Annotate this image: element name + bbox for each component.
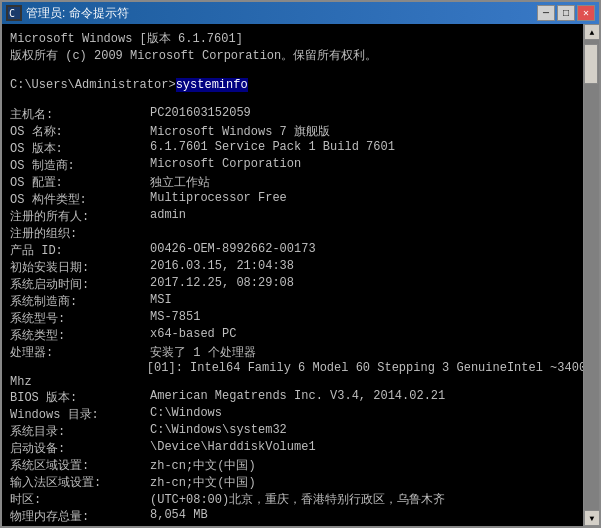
value-cpu: 安装了 1 个处理器: [150, 344, 256, 361]
row-osname: OS 名称: Microsoft Windows 7 旗舰版: [10, 123, 575, 140]
label-sysmodel: 系统型号:: [10, 310, 150, 327]
scroll-thumb[interactable]: [584, 44, 598, 84]
line-text: Mhz: [10, 375, 32, 389]
line-text: 版权所有 (c) 2009 Microsoft Corporation。保留所有…: [10, 47, 377, 64]
label-totalmem: 物理内存总量:: [10, 508, 150, 525]
value-oscfg: 独立工作站: [150, 174, 210, 191]
value-prodid: 00426-OEM-8992662-00173: [150, 242, 316, 259]
label-freemem: 可用的物理内存:: [10, 525, 150, 526]
scroll-track[interactable]: [584, 40, 599, 510]
window: C 管理员: 命令提示符 ─ □ ✕ Microsoft Windows [版本…: [0, 0, 601, 528]
line-text: [10, 64, 17, 78]
label-bios: BIOS 版本:: [10, 389, 150, 406]
value-bios: American Megatrends Inc. V3.4, 2014.02.2…: [150, 389, 445, 406]
row-totalmem: 物理内存总量: 8,054 MB: [10, 508, 575, 525]
label-hostname: 主机名:: [10, 106, 150, 123]
row-osmfr: OS 制造商: Microsoft Corporation: [10, 157, 575, 174]
label-windir: Windows 目录:: [10, 406, 150, 423]
titlebar-buttons: ─ □ ✕: [537, 5, 595, 21]
value-hostname: PC201603152059: [150, 106, 251, 123]
row-inputlocale: 输入法区域设置: zh-cn;中文(中国): [10, 474, 575, 491]
row-systype: 系统类型: x64-based PC: [10, 327, 575, 344]
row-sysmodel: 系统型号: MS-7851: [10, 310, 575, 327]
row-hostname: 主机名: PC201603152059: [10, 106, 575, 123]
line-5: [10, 92, 575, 106]
value-windir: C:\Windows: [150, 406, 222, 423]
label-oscfg: OS 配置:: [10, 174, 150, 191]
label-tz: 时区:: [10, 491, 150, 508]
row-cpu: 处理器: 安装了 1 个处理器: [10, 344, 575, 361]
line-text: [10, 92, 17, 106]
line-text: [01]: Intel64 Family 6 Model 60 Stepping…: [10, 361, 583, 375]
label-installdate: 初始安装日期:: [10, 259, 150, 276]
value-sysmodel: MS-7851: [150, 310, 200, 327]
row-bios: BIOS 版本: American Megatrends Inc. V3.4, …: [10, 389, 575, 406]
minimize-button[interactable]: ─: [537, 5, 555, 21]
value-osver: 6.1.7601 Service Pack 1 Build 7601: [150, 140, 395, 157]
value-osmfr: Microsoft Corporation: [150, 157, 301, 174]
window-title: 管理员: 命令提示符: [26, 5, 129, 22]
label-cpu: 处理器:: [10, 344, 150, 361]
row-installdate: 初始安装日期: 2016.03.15, 21:04:38: [10, 259, 575, 276]
line-text: Microsoft Windows [版本 6.1.7601]: [10, 30, 243, 47]
titlebar: C 管理员: 命令提示符 ─ □ ✕: [2, 2, 599, 24]
row-tz: 时区: (UTC+08:00)北京，重庆，香港特别行政区，乌鲁木齐: [10, 491, 575, 508]
row-boottime: 系统启动时间: 2017.12.25, 08:29:08: [10, 276, 575, 293]
line-4: C:\Users\Administrator>systeminfo: [10, 78, 575, 92]
main-area: Microsoft Windows [版本 6.1.7601] 版权所有 (c)…: [2, 24, 599, 526]
label-osname: OS 名称:: [10, 123, 150, 140]
row-osver: OS 版本: 6.1.7601 Service Pack 1 Build 760…: [10, 140, 575, 157]
label-prodid: 产品 ID:: [10, 242, 150, 259]
value-bootdev: \Device\HarddiskVolume1: [150, 440, 316, 457]
line-mhz: Mhz: [10, 375, 575, 389]
label-osmfr: OS 制造商:: [10, 157, 150, 174]
row-prodid: 产品 ID: 00426-OEM-8992662-00173: [10, 242, 575, 259]
value-tz: (UTC+08:00)北京，重庆，香港特别行政区，乌鲁木齐: [150, 491, 445, 508]
close-button[interactable]: ✕: [577, 5, 595, 21]
terminal[interactable]: Microsoft Windows [版本 6.1.7601] 版权所有 (c)…: [2, 24, 583, 526]
prompt: C:\Users\Administrator>: [10, 78, 176, 92]
label-ostype: OS 构件类型:: [10, 191, 150, 208]
scroll-up-button[interactable]: ▲: [584, 24, 599, 40]
value-systype: x64-based PC: [150, 327, 236, 344]
value-installdate: 2016.03.15, 21:04:38: [150, 259, 294, 276]
value-freemem: 4,768 MB: [150, 525, 208, 526]
line-2: 版权所有 (c) 2009 Microsoft Corporation。保留所有…: [10, 47, 575, 64]
scroll-down-button[interactable]: ▼: [584, 510, 599, 526]
scrollbar[interactable]: ▲ ▼: [583, 24, 599, 526]
label-sysmfr: 系统制造商:: [10, 293, 150, 310]
value-totalmem: 8,054 MB: [150, 508, 208, 525]
line-1: Microsoft Windows [版本 6.1.7601]: [10, 30, 575, 47]
value-inputlocale: zh-cn;中文(中国): [150, 474, 256, 491]
row-org: 注册的组织:: [10, 225, 575, 242]
value-sysmfr: MSI: [150, 293, 172, 310]
label-bootdev: 启动设备:: [10, 440, 150, 457]
row-bootdev: 启动设备: \Device\HarddiskVolume1: [10, 440, 575, 457]
value-osname: Microsoft Windows 7 旗舰版: [150, 123, 330, 140]
terminal-icon: C: [6, 5, 22, 21]
row-syslocale: 系统区域设置: zh-cn;中文(中国): [10, 457, 575, 474]
label-systype: 系统类型:: [10, 327, 150, 344]
value-boottime: 2017.12.25, 08:29:08: [150, 276, 294, 293]
row-owner: 注册的所有人: admin: [10, 208, 575, 225]
label-boottime: 系统启动时间:: [10, 276, 150, 293]
value-syslocale: zh-cn;中文(中国): [150, 457, 256, 474]
row-sysdir: 系统目录: C:\Windows\system32: [10, 423, 575, 440]
value-sysdir: C:\Windows\system32: [150, 423, 287, 440]
label-osver: OS 版本:: [10, 140, 150, 157]
value-ostype: Multiprocessor Free: [150, 191, 287, 208]
row-sysmfr: 系统制造商: MSI: [10, 293, 575, 310]
row-windir: Windows 目录: C:\Windows: [10, 406, 575, 423]
label-syslocale: 系统区域设置:: [10, 457, 150, 474]
row-oscfg: OS 配置: 独立工作站: [10, 174, 575, 191]
titlebar-left: C 管理员: 命令提示符: [6, 5, 129, 22]
command-highlight: systeminfo: [176, 78, 248, 92]
svg-text:C: C: [9, 8, 15, 19]
label-org: 注册的组织:: [10, 225, 150, 242]
row-freemem: 可用的物理内存: 4,768 MB: [10, 525, 575, 526]
maximize-button[interactable]: □: [557, 5, 575, 21]
label-inputlocale: 输入法区域设置:: [10, 474, 150, 491]
label-owner: 注册的所有人:: [10, 208, 150, 225]
line-3: [10, 64, 575, 78]
value-owner: admin: [150, 208, 186, 225]
